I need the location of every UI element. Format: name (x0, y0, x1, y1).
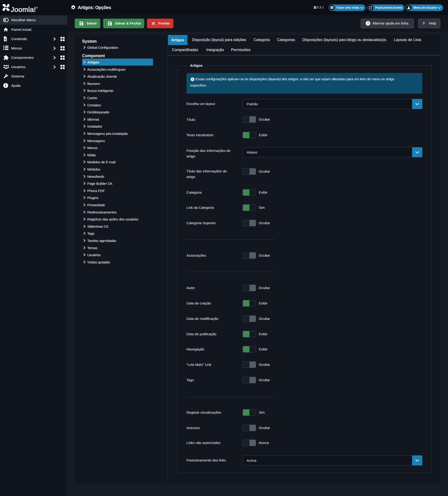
svg-text:?: ? (367, 22, 369, 25)
